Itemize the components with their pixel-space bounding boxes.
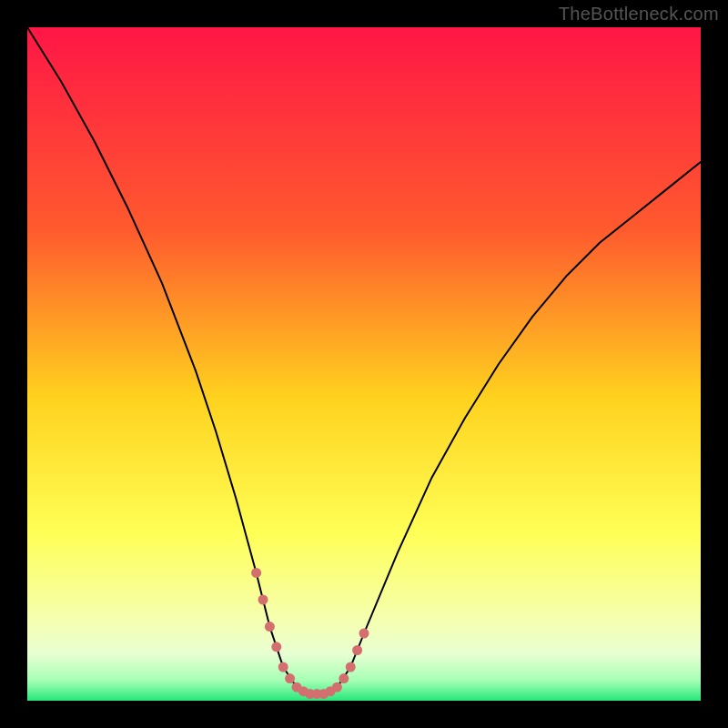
trough-marker-dot xyxy=(251,568,261,578)
trough-marker-dot xyxy=(359,629,369,639)
trough-marker-dot xyxy=(278,662,288,672)
trough-marker-dot xyxy=(352,645,362,655)
trough-marker-dot xyxy=(332,682,342,693)
trough-marker-dot xyxy=(285,673,295,683)
trough-marker-dot xyxy=(258,595,268,605)
watermark-label: TheBottleneck.com xyxy=(559,4,719,25)
trough-marker-dot xyxy=(346,662,356,672)
trough-marker-dot xyxy=(271,642,281,652)
plot-background xyxy=(27,27,701,701)
chart-stage: TheBottleneck.com xyxy=(0,0,728,728)
bottleneck-chart xyxy=(0,0,728,728)
trough-marker-dot xyxy=(265,622,275,632)
trough-marker-dot xyxy=(339,673,349,683)
